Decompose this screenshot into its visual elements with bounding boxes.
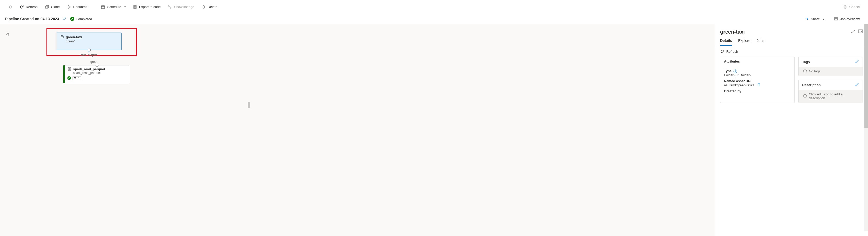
panel-refresh-button[interactable]: Refresh [715, 46, 868, 57]
node-green-taxi[interactable]: green-taxi qreen/ [56, 32, 122, 50]
no-tags-text: No tags [809, 69, 820, 73]
svg-rect-1 [101, 6, 104, 8]
lineage-icon [168, 5, 172, 9]
cancel-button: Cancel [840, 3, 863, 10]
attributes-heading: Attributes [724, 59, 740, 63]
page-scrollbar-thumb[interactable] [864, 24, 868, 128]
attributes-card: Attributes Type i Folder (uri_folder) Na… [720, 57, 795, 103]
input-port[interactable] [95, 64, 98, 67]
schedule-label: Schedule [107, 5, 121, 9]
port-label: Data output [80, 53, 97, 57]
uri-value: azureml:green-taxi:1 [724, 83, 755, 87]
node1-subtitle: qreen/ [66, 40, 118, 43]
version-badge: V | 1 [72, 76, 81, 80]
panel-refresh-label: Refresh [726, 50, 738, 53]
info-icon[interactable]: i [734, 70, 737, 73]
edit-description-button[interactable] [855, 82, 859, 87]
overview-icon [834, 17, 838, 21]
no-description-text: Click edit icon to add a description [809, 92, 859, 100]
node2-title-text: spark_read_parquet [73, 67, 105, 71]
tab-explore[interactable]: Explore [738, 38, 750, 46]
delete-label: Delete [208, 5, 218, 9]
refresh-icon [20, 5, 24, 9]
output-port[interactable] [88, 49, 91, 51]
type-label: Type [724, 69, 732, 73]
node-spark-read-parquet[interactable]: spark_read_parquet spark_read_parquet ✓ … [63, 65, 129, 83]
expand-panel-button[interactable] [851, 29, 855, 34]
node2-subtitle: spark_read_parquet [73, 71, 126, 75]
tab-jobs[interactable]: Jobs [756, 38, 764, 46]
export-label: Export to code [139, 5, 161, 9]
popout-button[interactable] [858, 29, 863, 34]
details-panel: green-taxi Details Explore Jobs Refresh [715, 24, 868, 236]
calendar-icon [101, 5, 105, 9]
share-button[interactable]: Share ▾ [801, 15, 827, 23]
page-scrollbar-track[interactable] [864, 24, 868, 231]
pipeline-name: Pipeline-Created-on-04-13-2023 [5, 17, 59, 21]
cancel-icon [843, 5, 847, 9]
status-text: Completed [76, 17, 92, 21]
clone-label: Clone [51, 5, 60, 9]
canvas[interactable]: green-taxi qreen/ Data output green spar… [0, 24, 715, 236]
chevron-down-icon: ▾ [823, 18, 824, 20]
clone-icon [45, 5, 49, 9]
chevron-double-icon [8, 5, 12, 9]
info-icon: i [803, 94, 807, 98]
svg-rect-9 [70, 68, 71, 69]
export-icon [133, 5, 137, 9]
main-area: green-taxi qreen/ Data output green spar… [0, 24, 868, 236]
pipeline-header: Pipeline-Created-on-04-13-2023 ✓ Complet… [0, 14, 868, 24]
edge [89, 51, 89, 67]
overview-button[interactable]: Job overview [831, 15, 863, 23]
share-icon [805, 17, 809, 21]
tags-heading: Tags [802, 60, 810, 64]
clone-button[interactable]: Clone [42, 3, 63, 10]
svg-rect-10 [68, 69, 69, 71]
svg-rect-0 [45, 6, 48, 8]
dataset-icon [60, 35, 64, 39]
svg-rect-13 [758, 84, 760, 86]
pan-tool-button[interactable] [6, 32, 10, 38]
export-button[interactable]: Export to code [130, 3, 164, 10]
tags-card: Tags i No tags [798, 57, 863, 76]
edge-label: green [90, 60, 98, 63]
tab-details[interactable]: Details [720, 38, 732, 46]
info-icon: i [803, 70, 807, 73]
type-value: Folder (uri_folder) [724, 73, 791, 77]
svg-point-7 [61, 35, 63, 36]
created-by-label: Created by [724, 89, 791, 93]
top-toolbar: Refresh Clone Resubmit Schedule ▾ Export… [0, 0, 868, 14]
edit-tags-button[interactable] [855, 59, 859, 64]
description-card: Description i Click edit icon to add a d… [798, 80, 863, 103]
canvas-scrollbar[interactable] [248, 102, 250, 108]
svg-point-3 [168, 5, 169, 6]
refresh-icon [720, 49, 724, 53]
refresh-label: Refresh [26, 5, 38, 9]
copy-button[interactable] [757, 83, 761, 87]
schedule-button[interactable]: Schedule ▾ [98, 3, 128, 10]
lineage-button: Show lineage [165, 3, 197, 10]
panel-tabs: Details Explore Jobs [715, 35, 868, 46]
description-heading: Description [802, 83, 821, 87]
svg-rect-8 [68, 68, 69, 69]
expand-button[interactable] [5, 3, 16, 10]
chevron-down-icon: ▾ [124, 5, 126, 8]
resubmit-button[interactable]: Resubmit [64, 3, 91, 10]
edit-name-button[interactable] [63, 17, 67, 21]
cancel-label: Cancel [849, 5, 860, 9]
refresh-button[interactable]: Refresh [17, 3, 41, 10]
svg-point-4 [170, 7, 172, 8]
lineage-label: Show lineage [174, 5, 194, 9]
delete-button[interactable]: Delete [198, 3, 221, 10]
trash-icon [202, 5, 206, 9]
check-icon: ✓ [67, 76, 71, 80]
share-label: Share [811, 17, 820, 21]
status-badge: ✓ Completed [70, 17, 92, 21]
node1-title-text: green-taxi [66, 35, 82, 39]
component-icon [67, 67, 71, 71]
play-icon [67, 5, 71, 9]
svg-rect-6 [834, 18, 838, 20]
uri-label: Named asset URI [724, 79, 791, 83]
svg-rect-11 [70, 69, 71, 71]
panel-title: green-taxi [720, 29, 745, 35]
